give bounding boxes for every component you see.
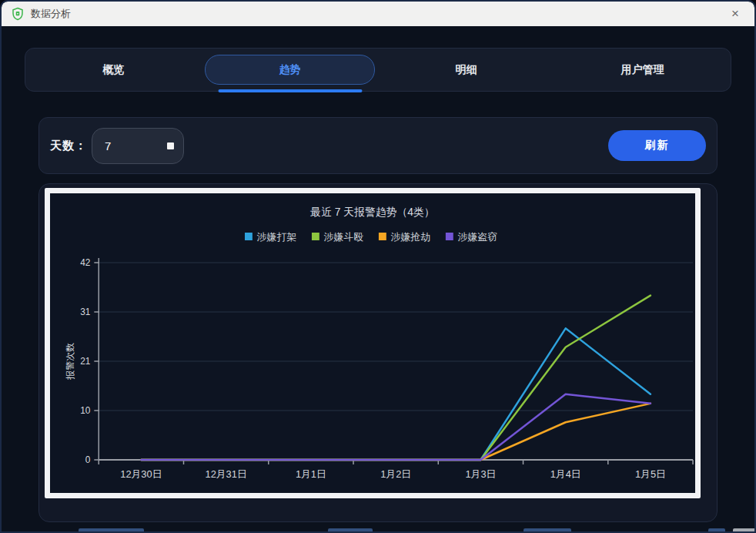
window-title: 数据分析 <box>31 7 71 21</box>
close-icon[interactable]: × <box>725 4 745 24</box>
tab-trend-label: 趋势 <box>205 55 375 85</box>
svg-text:12月31日: 12月31日 <box>206 468 247 480</box>
trend-line-chart: 最近 7 天报警趋势（4类）涉嫌打架涉嫌斗殴涉嫌抢劫涉嫌盗窃0102131421… <box>50 193 695 493</box>
tab-detail-label: 明细 <box>381 55 551 85</box>
chart-card: 最近 7 天报警趋势（4类）涉嫌打架涉嫌斗殴涉嫌抢劫涉嫌盗窃0102131421… <box>38 183 718 522</box>
svg-text:报警次数: 报警次数 <box>65 343 75 380</box>
days-input-value: 7 <box>105 139 167 153</box>
tab-detail[interactable]: 明细 <box>378 49 554 91</box>
svg-text:42: 42 <box>80 257 91 268</box>
tab-user-management-label: 用户管理 <box>557 55 728 85</box>
clipped-content-fragment <box>733 528 756 531</box>
svg-text:涉嫌抢劫: 涉嫌抢劫 <box>390 231 430 243</box>
svg-text:31: 31 <box>80 307 91 317</box>
tab-overview[interactable]: 概览 <box>25 49 202 91</box>
svg-text:涉嫌盗窃: 涉嫌盗窃 <box>457 231 497 243</box>
days-input[interactable]: 7 <box>92 128 184 164</box>
title-bar: 数据分析 × <box>2 2 754 26</box>
svg-text:1月3日: 1月3日 <box>465 468 496 480</box>
svg-text:12月30日: 12月30日 <box>120 468 162 480</box>
tab-user-management[interactable]: 用户管理 <box>554 49 731 91</box>
svg-text:10: 10 <box>80 405 91 416</box>
svg-text:1月4日: 1月4日 <box>550 468 581 480</box>
days-label: 天数： <box>50 139 87 153</box>
tab-active-underline <box>218 89 362 92</box>
svg-text:1月5日: 1月5日 <box>635 468 666 480</box>
main-content: 概览 趋势 明细 用户管理 天数： 7 刷新 <box>2 26 754 522</box>
app-shield-icon <box>11 7 25 21</box>
svg-text:21: 21 <box>80 356 91 367</box>
clipped-content-fragment <box>328 528 373 531</box>
svg-text:涉嫌斗殴: 涉嫌斗殴 <box>323 231 363 243</box>
tab-trend[interactable]: 趋势 <box>202 49 378 91</box>
clipped-content-fragment <box>708 528 725 531</box>
clipped-content-fragment <box>524 528 571 531</box>
chart-canvas: 最近 7 天报警趋势（4类）涉嫌打架涉嫌斗殴涉嫌抢劫涉嫌盗窃0102131421… <box>50 193 695 493</box>
chart-frame: 最近 7 天报警趋势（4类）涉嫌打架涉嫌斗殴涉嫌抢劫涉嫌盗窃0102131421… <box>45 188 701 498</box>
tab-overview-label: 概览 <box>28 55 199 85</box>
control-bar: 天数： 7 刷新 <box>38 117 718 174</box>
tab-bar: 概览 趋势 明细 用户管理 <box>25 48 731 92</box>
spinbox-button-icon[interactable] <box>167 142 174 149</box>
svg-text:涉嫌打架: 涉嫌打架 <box>256 231 296 243</box>
app-window: 数据分析 × 概览 趋势 明细 用户管理 天数： 7 <box>0 0 756 533</box>
clipped-content-fragment <box>79 528 144 531</box>
svg-text:1月1日: 1月1日 <box>296 468 326 480</box>
svg-text:最近 7 天报警趋势（4类）: 最近 7 天报警趋势（4类） <box>309 206 434 218</box>
svg-text:0: 0 <box>85 454 91 465</box>
clipped-next-row <box>2 528 754 531</box>
refresh-button[interactable]: 刷新 <box>608 130 706 161</box>
svg-text:1月2日: 1月2日 <box>380 468 411 480</box>
